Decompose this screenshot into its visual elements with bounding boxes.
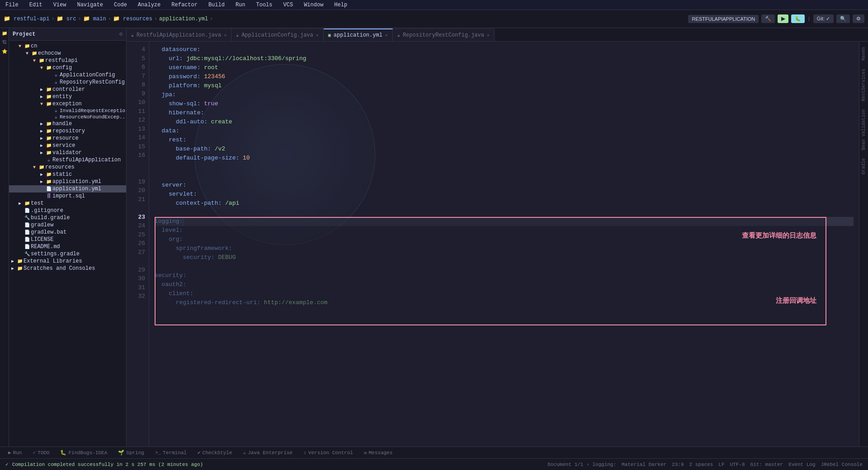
tree-invalidrequestexception[interactable]: ☕ InvalidRequestExceptio... [9,108,126,114]
code-line-14: rest: [155,136,854,145]
tree-gradlew[interactable]: 📄 gradlew [9,221,126,229]
menu-item-tools[interactable]: Tools [255,1,274,9]
search-button[interactable]: 🔍 [836,14,850,23]
tree-build-gradle[interactable]: 🔧 build.gradle [9,214,126,221]
right-tab-maven[interactable]: Maven [860,43,868,64]
menu-item-vcs[interactable]: VCS [282,1,295,9]
settings-button[interactable]: ⚙ [853,14,864,23]
breadcrumb-resources[interactable]: 📁 resources [113,15,152,22]
status-git[interactable]: Git: master [750,462,783,467]
code-line-9: jpa: [155,90,854,99]
code-line-20: servlet: [155,190,854,199]
tree-config[interactable]: ▼ 📁 config [9,64,126,71]
menu-item-refactor[interactable]: Refactor [170,1,199,9]
status-line-col[interactable]: 23:9 [672,462,684,467]
tree-test[interactable]: ▶ 📁 test [9,200,126,207]
status-indent[interactable]: 2 spaces [689,462,713,467]
right-tab-bean-validation[interactable]: Bean Validation [860,106,868,154]
code-line-23: logging: [155,217,854,226]
tab-repositoryrestconfig[interactable]: ☕ RepositoryRestConfig.java ✕ [393,28,495,41]
build-button[interactable]: 🔨 [761,14,775,23]
bottom-tab-findbugs[interactable]: 🐛 FindBugs-IDEA [56,449,112,456]
tab-close-icon2[interactable]: ✕ [316,33,319,38]
status-jrebel[interactable]: JRebel Console [821,462,863,467]
breadcrumb-project[interactable]: 📁 restful-api [4,15,49,22]
tree-service[interactable]: ▶ 📁 service [9,142,126,149]
favorites-icon[interactable]: ⭐ [1,48,8,55]
tree-applicationconfig[interactable]: ☕ ApplicationConfig [9,71,126,79]
tree-resources[interactable]: ▼ 📁 resources [9,164,126,171]
menu-item-analyze[interactable]: Analyze [136,1,162,9]
breadcrumb-src[interactable]: 📁 src [57,15,76,22]
bottom-tab-messages[interactable]: ✉ Messages [359,449,397,456]
tree-templates[interactable]: ▶ 📁 application.yml [9,178,126,185]
menu-item-run[interactable]: Run [234,1,247,9]
tree-repositoryrestconfig[interactable]: ☕ RepositoryRestConfig [9,79,126,86]
tab-restfulapiapplication[interactable]: ☕ RestfulApiApplication.java ✕ [127,28,231,41]
tree-restfulapi[interactable]: ▼ 📁 restfulapi [9,57,126,64]
run-config-selector[interactable]: RESTFULAPIAPPLICATION [688,15,759,23]
status-event-log[interactable]: Event Log [788,462,815,467]
tree-resourcenofoundexception[interactable]: ☕ ResourceNoFoundExcep... [9,114,126,120]
tree-license[interactable]: 📄 LICENSE [9,236,126,243]
tree-repository[interactable]: ▶ 📁 repository [9,127,126,135]
bottom-tab-terminal[interactable]: >_ Terminal [151,449,191,456]
tree-cn[interactable]: ▼ 📁 cn [9,42,126,50]
code-area[interactable]: datasource: url: jdbc:mysql://localhost:… [149,42,859,446]
checkstyle-icon: ✔ [198,450,201,456]
tree-entity[interactable]: ▶ 📁 entity [9,93,126,100]
bottom-tab-spring[interactable]: 🌱 Spring [113,449,149,456]
project-gear-icon[interactable]: ⚙ [119,31,123,38]
tab-applicationconfig[interactable]: ☕ ApplicationConfig.java ✕ [231,28,324,41]
project-icon[interactable]: 📁 [1,30,8,37]
breadcrumb-sep3: › [108,16,111,22]
tree-controller[interactable]: ▶ 📁 controller [9,86,126,93]
code-line-15: base-path: /v2 [155,145,854,154]
bottom-tab-checkstyle[interactable]: ✔ CheckStyle [193,449,237,456]
bottom-tab-run[interactable]: ▶ Run [4,449,26,456]
structure-icon[interactable]: 🏗 [1,39,8,46]
tree-restfulapiapplication[interactable]: ☕ RestfulApiApplication [9,156,126,164]
menu-item-window[interactable]: Window [302,1,325,9]
bottom-tab-todo[interactable]: ✓ TODO [28,449,54,456]
menu-item-build[interactable]: Build [207,1,226,9]
tab-application-yml[interactable]: ▣ application.yml ✕ [324,28,393,41]
bottom-tab-version-control[interactable]: ↕ Version Control [299,449,358,456]
tree-gitignore[interactable]: 📄 .gitignore [9,207,126,214]
tab-close-icon[interactable]: ✕ [224,33,226,38]
run-button[interactable]: ▶ [778,14,788,23]
tree-validator[interactable]: ▶ 📁 validator [9,149,126,156]
tree-static[interactable]: ▶ 📁 static [9,171,126,178]
bottom-tab-java-enterprise[interactable]: ☕ Java Enterprise [239,449,297,456]
menu-item-code[interactable]: Code [112,1,129,9]
menu-item-view[interactable]: View [52,1,68,9]
git-button[interactable]: Git: ✓ [813,14,834,23]
status-theme[interactable]: Material Darker [622,462,666,467]
right-tab-restservices[interactable]: RestServices [860,65,868,105]
debug-button[interactable]: 🐛 [791,14,805,23]
editor-content[interactable]: 4 5 6 7 8 9 10 11 12 13 14 15 16 17 18 1… [127,42,868,446]
menu-item-navigate[interactable]: Navigate [75,1,105,9]
right-tab-gradle[interactable]: Gradle [860,155,868,178]
breadcrumb-main[interactable]: 📁 main [83,15,106,22]
tree-echocow[interactable]: ▼ 📁 echocow [9,50,126,57]
tree-exception[interactable]: ▼ 📁 exception [9,100,126,108]
tree-settings-gradle[interactable]: 🔧 settings.gradle [9,250,126,258]
tab-close-icon3[interactable]: ✕ [385,33,388,38]
tree-import-sql[interactable]: 🗄 import.sql [9,193,126,200]
menu-item-help[interactable]: Help [332,1,349,9]
tree-application-yml[interactable]: 📄 application.yml [9,185,126,193]
status-encoding[interactable]: UTF-8 [730,462,745,467]
tree-scratches[interactable]: ▶ 📁 Scratches and Consoles [9,265,126,272]
status-doc-position[interactable]: Document 1/1 › logging: [547,462,616,467]
menu-item-file[interactable]: File [4,1,20,9]
tree-external-libraries[interactable]: ▶ 📁 External Libraries [9,258,126,265]
tree-gradlew-bat[interactable]: 📄 gradlew.bat [9,229,126,236]
tree-readme[interactable]: 📄 README.md [9,243,126,250]
tree-handle[interactable]: ▶ 📁 handle [9,120,126,127]
menu-item-edit[interactable]: Edit [28,1,44,9]
status-lf[interactable]: LF [718,462,724,467]
breadcrumb-file[interactable]: application.yml [159,16,208,22]
tab-close-icon4[interactable]: ✕ [487,33,490,38]
tree-resource[interactable]: ▶ 📁 resource [9,135,126,142]
